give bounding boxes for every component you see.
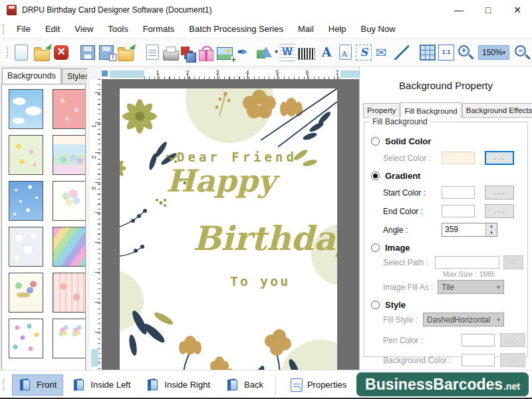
chevron-down-icon[interactable]: ▾ <box>503 49 506 56</box>
barcode-icon[interactable] <box>298 48 315 60</box>
tab-fill-background[interactable]: Fill Background <box>400 102 461 118</box>
close-button[interactable]: ✕ <box>503 0 532 20</box>
tab-property[interactable]: Property <box>363 103 400 118</box>
background-thumbnail-pink-hearts[interactable] <box>53 89 86 129</box>
background-thumbnail-sky-clouds[interactable] <box>9 89 43 129</box>
save-icon[interactable] <box>80 45 95 60</box>
h-ruler-number: 5 <box>275 69 279 76</box>
zoom-in-icon[interactable] <box>457 44 474 61</box>
menu-batch-processing-series[interactable]: Batch Processing Series <box>182 24 291 34</box>
menu-view[interactable]: View <box>67 24 100 34</box>
card-happy-text[interactable]: Happy <box>166 163 275 199</box>
zoom-out-icon[interactable] <box>513 44 531 61</box>
horizontal-ruler-ticks: 1234567 <box>144 69 340 79</box>
line-tool-icon[interactable] <box>394 45 409 60</box>
style-radio[interactable] <box>371 301 380 309</box>
gradient-option[interactable]: Gradient <box>368 171 523 181</box>
close-document-icon[interactable] <box>54 45 68 60</box>
background-thumbnail-heart-curtain[interactable] <box>53 273 86 313</box>
export-file-icon[interactable] <box>118 50 134 61</box>
shapes-icon[interactable] <box>255 44 277 61</box>
maximize-button[interactable]: □ <box>473 0 503 20</box>
menu-mail[interactable]: Mail <box>291 24 321 34</box>
image-option[interactable]: Image <box>368 243 523 253</box>
menu-edit[interactable]: Edit <box>38 24 67 34</box>
background-thumbnail-soap-bubbles[interactable] <box>9 227 43 267</box>
grid-icon[interactable] <box>420 45 436 61</box>
end-color-swatch[interactable] <box>442 205 475 217</box>
properties-button[interactable]: Properties <box>284 374 353 396</box>
bottombar-grip-handle[interactable] <box>3 380 7 390</box>
view-button-front[interactable]: Front <box>12 374 63 396</box>
toolbar-grip-handle[interactable] <box>7 47 8 58</box>
angle-label: Angle : <box>383 225 442 235</box>
menu-tools[interactable]: Tools <box>100 24 135 34</box>
select-path-field[interactable] <box>435 256 499 269</box>
font-icon[interactable] <box>318 44 335 61</box>
tab-background-effects[interactable]: Background Effects <box>462 103 532 118</box>
style-option[interactable]: Style <box>368 300 523 310</box>
start-color-swatch[interactable] <box>442 186 475 199</box>
properties-icon <box>291 378 303 392</box>
print-icon[interactable] <box>163 51 179 61</box>
menu-buy-now[interactable]: Buy Now <box>354 24 403 34</box>
menu-help[interactable]: Help <box>321 24 354 34</box>
fill-background-group: Fill Background Solid Color Select Color… <box>364 122 528 357</box>
angle-value[interactable]: 359 <box>442 223 485 236</box>
view-button-label: Inside Left <box>90 380 130 390</box>
birthday-card-preview[interactable]: Dear Friend Happy Birthday To you <box>120 88 337 370</box>
tab-backgrounds[interactable]: Backgrounds <box>2 68 61 84</box>
angle-up-arrow-icon[interactable]: ▲ <box>486 223 497 230</box>
select-color-browse-button[interactable]: . . . <box>485 151 514 165</box>
panel-title: Background Property <box>360 80 532 91</box>
save-as-icon[interactable] <box>99 45 114 60</box>
view-button-back[interactable]: Back <box>219 374 270 396</box>
new-document-icon[interactable] <box>15 45 28 61</box>
angle-spinner[interactable]: 359 ▲ ▼ <box>442 223 497 237</box>
card-greeting-text[interactable]: Dear Friend <box>177 150 297 164</box>
card-birthday-text[interactable]: Birthday <box>193 219 337 258</box>
select-color-swatch[interactable] <box>442 152 475 164</box>
copy-style-icon[interactable] <box>184 51 193 59</box>
background-thumbnail-hearts-doodle[interactable] <box>9 319 43 358</box>
zoom-level-select[interactable]: 150%▾ <box>478 45 509 60</box>
background-thumbnail-daisy-flowers[interactable] <box>9 135 43 175</box>
h-ruler-number: 2 <box>186 69 189 76</box>
view-button-inside-right[interactable]: Inside Right <box>140 374 217 396</box>
menu-formats[interactable]: Formats <box>136 24 182 34</box>
menu-grip-handle[interactable] <box>3 24 7 35</box>
card-page-icon <box>72 378 86 392</box>
insert-image-icon[interactable] <box>217 47 233 60</box>
signature-icon[interactable] <box>356 45 372 61</box>
menu-file[interactable]: File <box>9 24 38 34</box>
backgrounds-list <box>1 84 86 370</box>
background-thumbnail-pastel-scene[interactable] <box>53 135 86 175</box>
fill-style-label: Fill Style : <box>383 315 423 325</box>
view-button-inside-left[interactable]: Inside Left <box>66 374 137 396</box>
open-file-icon[interactable] <box>34 50 50 61</box>
start-color-browse-button[interactable]: . . . <box>485 186 514 200</box>
envelope-icon[interactable] <box>374 44 392 61</box>
brand-banner[interactable]: BusinessBarcodes .net <box>356 372 529 396</box>
end-color-browse-button[interactable]: . . . <box>485 204 514 218</box>
background-thumbnail-rainbow-watercolor[interactable] <box>53 227 86 267</box>
print-preview-icon[interactable] <box>146 45 159 60</box>
solid-color-option[interactable]: Solid Color <box>368 136 523 146</box>
text-page-icon[interactable] <box>339 45 352 60</box>
select-color-label: Select Color : <box>383 154 442 163</box>
background-thumbnail-balloon-bouquet[interactable] <box>53 319 86 358</box>
solid-color-radio[interactable] <box>371 137 380 146</box>
background-thumbnail-balloon-sketch[interactable] <box>53 181 86 221</box>
card-toyou-text[interactable]: To you <box>230 273 290 289</box>
image-radio[interactable] <box>371 243 380 252</box>
pen-tool-icon[interactable] <box>235 44 253 61</box>
actual-size-icon[interactable] <box>438 45 454 61</box>
angle-down-arrow-icon[interactable]: ▼ <box>486 230 497 236</box>
gift-icon[interactable] <box>199 50 213 61</box>
minimize-button[interactable]: — <box>444 0 473 20</box>
background-thumbnail-happy-birthday-text[interactable] <box>9 273 43 313</box>
watermark-icon[interactable] <box>279 44 295 61</box>
card-workspace[interactable]: Dear Friend Happy Birthday To you <box>102 79 359 370</box>
background-thumbnail-night-stars[interactable] <box>9 181 43 221</box>
gradient-radio[interactable] <box>371 172 380 180</box>
